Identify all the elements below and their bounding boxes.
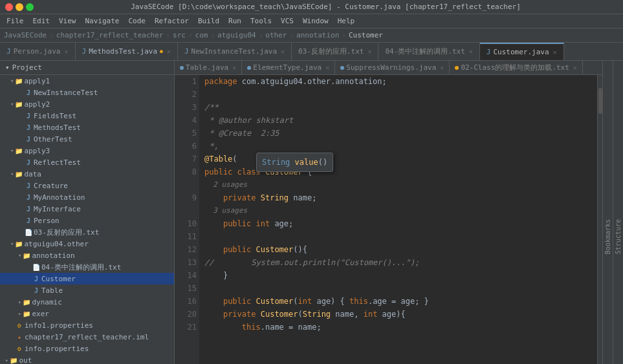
tree-exer[interactable]: ▸ 📁 exer: [0, 308, 174, 319]
folder-icon: 📁: [21, 250, 32, 261]
breadcrumb-atguigu04[interactable]: atguigu04: [217, 31, 256, 39]
close-button[interactable]: [5, 3, 13, 11]
breadcrumb-src[interactable]: src: [173, 31, 186, 39]
sidebar-tree[interactable]: ▾ 📁 apply1 J NewInstanceTest ▾ 📁 apply2 …: [0, 75, 174, 364]
structure-panel: Structure: [613, 61, 623, 364]
sidebar-header: ▾ Project: [0, 61, 174, 75]
menu-window[interactable]: Window: [299, 16, 333, 27]
menu-run[interactable]: Run: [224, 16, 245, 27]
menu-help[interactable]: Help: [334, 16, 359, 27]
sec-tab-class-txt[interactable]: 02-Class的理解与类的加载.txt ✕: [450, 61, 583, 74]
tree-customer[interactable]: J Customer: [0, 273, 174, 284]
code-line-11: [204, 230, 597, 243]
props-file-icon: ⚙: [14, 343, 25, 354]
tree-annotation-txt[interactable]: 📄 04-类中注解的调用.txt: [0, 261, 174, 273]
sec-tab-table[interactable]: Table.java ✕: [175, 61, 242, 74]
tree-apply2[interactable]: ▾ 📁 apply2: [0, 98, 174, 110]
bookmarks-label: Bookmarks: [604, 219, 611, 254]
code-line-9: private String name;: [204, 191, 597, 204]
java-file-icon: J: [23, 134, 34, 144]
code-line-6: *,: [204, 140, 597, 153]
tree-chapter-iml[interactable]: ✦ chapter17_reflect_teacher.iml: [0, 331, 174, 343]
tree-myinterface[interactable]: J MyInterface: [0, 203, 174, 215]
sec-tab-suppresswarnings[interactable]: SuppressWarnings.java ✕: [335, 61, 450, 74]
line-numbers: 1 2 3 4 5 6 7 8 . 9 . 10 11 12 13 14 15: [179, 75, 199, 364]
tree-data[interactable]: ▾ 📁 data: [0, 168, 174, 180]
tree-reflect-txt[interactable]: 📄 03-反射的应用.txt: [0, 226, 174, 238]
java-file-icon: J: [23, 180, 34, 191]
code-editor[interactable]: 1 2 3 4 5 6 7 8 . 9 . 10 11 12 13 14 15: [175, 75, 602, 364]
tree-methodstest[interactable]: J MethodsTest: [0, 122, 174, 133]
code-view: 1 2 3 4 5 6 7 8 . 9 . 10 11 12 13 14 15: [179, 75, 602, 364]
tab-person[interactable]: J Person.java ✕: [0, 43, 76, 60]
maximize-button[interactable]: [26, 3, 34, 11]
minimize-button[interactable]: [16, 3, 23, 11]
menu-navigate[interactable]: Navigate: [82, 16, 124, 27]
sec-tab-elementtype[interactable]: ElementType.java ✕: [242, 61, 335, 74]
breadcrumb-chapter[interactable]: chapter17_reflect_teacher: [56, 31, 164, 39]
secondary-tabs: Table.java ✕ ElementType.java ✕ Suppress…: [175, 61, 602, 75]
usage-hint-2: 3 usages: [204, 204, 597, 217]
tree-apply3[interactable]: ▾ 📁 apply3: [0, 145, 174, 156]
menu-tools[interactable]: Tools: [246, 16, 276, 27]
tab-annotation-txt[interactable]: 04-类中注解的调用.txt ✕: [378, 43, 479, 60]
java-file-icon: J: [31, 273, 41, 284]
code-content[interactable]: package com.atguigu04.other.annotation; …: [199, 75, 597, 364]
tree-myannotation[interactable]: J MyAnnotation: [0, 191, 174, 203]
code-line-3: /**: [204, 101, 597, 114]
code-line-1: package com.atguigu04.other.annotation;: [204, 75, 597, 88]
breadcrumb-annotation[interactable]: annotation: [296, 31, 339, 39]
java-file-icon: J: [23, 111, 34, 121]
code-line-7: @Table( String value(): [204, 153, 597, 166]
tree-othertest[interactable]: J OtherTest: [0, 133, 174, 145]
menu-build[interactable]: Build: [194, 16, 223, 27]
tree-annotation-folder[interactable]: ▾ 📁 annotation: [0, 250, 174, 261]
tree-creature[interactable]: J Creature: [0, 180, 174, 191]
tooltip-method: value: [295, 158, 318, 167]
menu-vcs[interactable]: VCS: [277, 16, 298, 27]
sidebar-title: Project: [12, 63, 42, 72]
sidebar: ▾ Project ▾ 📁 apply1 J NewInstanceTest ▾…: [0, 61, 175, 364]
text-file-icon: 📄: [31, 262, 41, 272]
primary-tabs: J Person.java ✕ J MethodsTest.java ● ✕ J…: [0, 43, 623, 61]
breadcrumb-other[interactable]: other: [265, 31, 287, 39]
code-line-5: * @Create 2:35: [204, 127, 597, 140]
code-line-20: private Customer(String name, int age){: [204, 308, 597, 321]
breadcrumb-customer[interactable]: Customer: [349, 31, 383, 39]
vertical-scrollbar[interactable]: [597, 75, 602, 364]
folder-icon: 📁: [14, 76, 24, 86]
scrollbar-thumb[interactable]: [598, 88, 602, 114]
menu-bar: File Edit View Navigate Code Refactor Bu…: [0, 14, 623, 28]
folder-icon: 📁: [8, 355, 19, 364]
text-file-icon: 📄: [23, 227, 34, 237]
tab-reflect-txt[interactable]: 03-反射的应用.txt ✕: [292, 43, 378, 60]
menu-edit[interactable]: Edit: [29, 16, 54, 27]
tree-fieldstest[interactable]: J FieldsTest: [0, 110, 174, 122]
breadcrumb-javasecode[interactable]: JavaSECode: [4, 31, 47, 39]
java-file-icon: J: [23, 157, 34, 167]
tab-customer[interactable]: J Customer.java ✕: [480, 43, 564, 60]
menu-code[interactable]: Code: [124, 16, 149, 27]
tree-out[interactable]: ▸ 📁 out: [0, 354, 174, 364]
code-line-12: public Customer(){: [204, 243, 597, 256]
tree-atguigu04other[interactable]: ▾ 📁 atguigu04.other: [0, 238, 174, 250]
tree-dynamic[interactable]: ▸ 📁 dynamic: [0, 296, 174, 308]
tree-apply1[interactable]: ▾ 📁 apply1: [0, 75, 174, 87]
iml-file-icon: ✦: [14, 332, 25, 342]
window-title: JavaSECode [D:\code\workspace_teach\Java…: [34, 3, 618, 11]
tab-newinstancetest[interactable]: J NewInstanceTest.java ✕: [178, 43, 292, 60]
tree-reflecttest[interactable]: J ReflectTest: [0, 156, 174, 168]
tree-info1props[interactable]: ⚙ info1.properties: [0, 319, 174, 331]
tree-infoprops[interactable]: ⚙ info.properties: [0, 343, 174, 354]
tree-person[interactable]: J Person: [0, 215, 174, 226]
menu-refactor[interactable]: Refactor: [151, 16, 193, 27]
tree-newinstancetest[interactable]: J NewInstanceTest: [0, 87, 174, 98]
code-line-16: public Customer(int age) { this.age = ag…: [204, 295, 597, 308]
breadcrumb-com[interactable]: com: [195, 31, 208, 39]
folder-icon: 📁: [14, 145, 24, 156]
tree-table[interactable]: J Table: [0, 284, 174, 296]
menu-file[interactable]: File: [3, 16, 28, 27]
tab-methodstest[interactable]: J MethodsTest.java ● ✕: [76, 43, 178, 60]
menu-view[interactable]: View: [55, 16, 80, 27]
code-line-15: [204, 282, 597, 295]
